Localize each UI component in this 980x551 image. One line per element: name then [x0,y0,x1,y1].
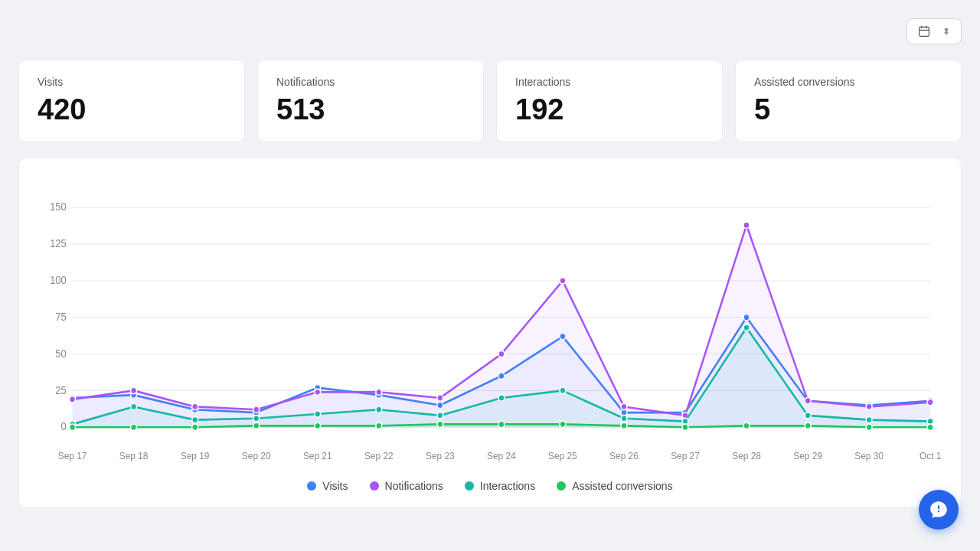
svg-point-91 [866,424,872,430]
svg-point-83 [376,422,382,429]
svg-text:Sep 17: Sep 17 [58,451,87,461]
date-filter-button[interactable]: ⬍ [906,18,962,44]
stat-card-interactions: Interactions 192 [496,60,723,142]
svg-rect-0 [920,27,929,36]
svg-point-68 [376,406,382,412]
svg-text:Sep 23: Sep 23 [426,451,455,461]
svg-point-85 [498,421,505,427]
svg-text:Sep 22: Sep 22 [364,451,394,461]
svg-text:Sep 19: Sep 19 [181,451,210,461]
svg-point-48 [70,396,76,402]
svg-point-76 [866,416,872,422]
svg-text:Sep 29: Sep 29 [793,451,822,461]
svg-point-78 [70,424,76,430]
legend-label-assisted: Assisted conversions [572,480,673,492]
stat-card-visits: Visits 420 [18,60,245,142]
svg-point-88 [682,424,688,430]
svg-text:Sep 25: Sep 25 [548,451,577,461]
chart-area: 0255075100125150Sep 17Sep 18Sep 19Sep 20… [34,177,946,468]
svg-point-71 [560,387,566,393]
svg-text:Sep 21: Sep 21 [303,451,332,461]
svg-point-75 [805,412,811,418]
svg-text:Sep 30: Sep 30 [854,451,884,461]
svg-text:Sep 24: Sep 24 [487,451,516,461]
stat-value-assisted_conversions: 5 [754,94,942,126]
legend-label-notifications: Notifications [385,480,443,492]
svg-text:Oct 1: Oct 1 [920,451,942,461]
svg-point-49 [131,387,137,393]
svg-text:Sep 28: Sep 28 [732,451,761,461]
chart-container: 0255075100125150Sep 17Sep 18Sep 19Sep 20… [18,158,962,508]
stat-value-notifications: 513 [276,94,465,126]
svg-point-84 [437,421,443,427]
svg-point-80 [192,424,198,430]
legend-item-assisted: Assisted conversions [557,480,673,492]
svg-point-66 [253,415,260,421]
svg-point-70 [498,395,505,401]
chat-button[interactable] [919,490,959,530]
svg-point-59 [743,222,750,228]
stat-card-assisted_conversions: Assisted conversions 5 [735,60,962,142]
svg-point-92 [927,424,933,430]
svg-point-89 [743,422,750,429]
chart-legend: Visits Notifications Interactions Assist… [34,480,946,492]
svg-point-60 [805,397,811,403]
legend-label-interactions: Interactions [480,480,535,492]
stats-grid: Visits 420 Notifications 513 Interaction… [18,60,962,142]
legend-item-visits: Visits [307,480,348,492]
stat-value-interactions: 192 [515,94,704,126]
svg-point-50 [192,403,198,409]
stat-label-notifications: Notifications [276,76,465,88]
calendar-icon [918,25,930,37]
svg-point-74 [743,324,750,331]
svg-point-86 [560,421,566,427]
legend-item-notifications: Notifications [370,480,443,492]
svg-point-67 [315,411,321,417]
svg-text:100: 100 [50,275,66,286]
svg-point-79 [131,424,137,430]
svg-point-61 [866,403,872,409]
svg-text:Sep 26: Sep 26 [609,451,639,461]
svg-text:150: 150 [50,201,66,213]
svg-point-72 [621,415,627,421]
svg-point-69 [437,412,443,418]
legend-item-interactions: Interactions [465,480,535,492]
svg-point-65 [192,416,198,422]
svg-text:75: 75 [55,311,66,322]
svg-point-64 [131,403,137,409]
svg-point-62 [927,399,933,405]
svg-point-87 [621,422,627,429]
stat-label-assisted_conversions: Assisted conversions [754,76,942,88]
svg-point-54 [437,395,443,401]
svg-text:Sep 18: Sep 18 [119,451,149,461]
legend-dot-interactions [465,481,474,491]
svg-point-52 [315,389,321,395]
legend-dot-notifications [370,481,379,491]
stat-label-interactions: Interactions [515,76,704,88]
svg-point-53 [376,389,382,395]
stat-card-notifications: Notifications 513 [257,60,484,142]
svg-text:50: 50 [55,347,66,359]
legend-dot-assisted [557,481,566,491]
chevron-icon: ⬍ [942,26,950,37]
svg-text:25: 25 [55,384,66,396]
svg-point-57 [621,403,627,409]
stat-label-visits: Visits [38,76,226,88]
legend-label-visits: Visits [322,480,348,492]
svg-point-56 [560,277,566,283]
svg-point-55 [498,350,505,357]
svg-point-81 [253,422,260,429]
svg-text:125: 125 [50,238,66,249]
svg-text:Sep 27: Sep 27 [671,451,700,461]
svg-point-82 [315,422,321,429]
legend-dot-visits [307,481,316,491]
stat-value-visits: 420 [38,94,226,126]
svg-text:Sep 20: Sep 20 [242,451,271,461]
chat-icon [929,500,949,520]
svg-text:0: 0 [60,421,66,432]
svg-point-90 [805,422,811,429]
svg-point-51 [253,406,260,412]
